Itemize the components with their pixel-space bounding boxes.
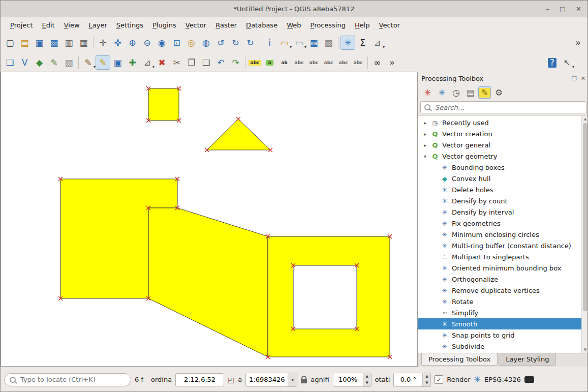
select-pointer-dropdown-icon[interactable]: ▾ (572, 65, 574, 69)
new-shapefile-layer-icon[interactable]: ✎ (47, 55, 61, 70)
tree-item-orthogonalize[interactable]: ✳Orthogonalize (418, 274, 582, 285)
undo-icon[interactable]: ↶ (213, 55, 228, 70)
menu-edit[interactable]: Edit (38, 19, 59, 31)
open-project-icon[interactable]: ▤ (17, 36, 32, 50)
select-by-expression-icon[interactable]: ▭▾ (292, 36, 306, 50)
tree-item-convex-hull[interactable]: ◆Convex hull (418, 173, 582, 184)
menu-vector[interactable]: Vector (375, 19, 405, 31)
tree-group-vector-general[interactable]: ▸QVector general (418, 139, 582, 150)
menu-settings[interactable]: Settings (112, 19, 148, 31)
scale-combo[interactable]: ▾ (245, 373, 297, 387)
show-layout-manager-icon[interactable]: ▦ (76, 36, 91, 50)
tree-item-bounding-boxes[interactable]: ✳Bounding boxes (418, 162, 582, 173)
maximize-icon[interactable]: □ (560, 5, 566, 13)
tab-layer-styling[interactable]: Layer Styling (499, 353, 556, 366)
menu-project[interactable]: Project (6, 19, 38, 31)
save-project-icon[interactable]: ▣ (32, 36, 47, 50)
save-project-as-icon[interactable]: ▩ (47, 36, 61, 50)
tree-item-multi-ring-buffer-constant-distance[interactable]: ✳Multi-ring buffer (constant distance) (418, 240, 582, 251)
tree-item-snap-points-to-grid[interactable]: ✳Snap points to grid (418, 329, 582, 341)
options-icon[interactable]: ⚙ (492, 86, 505, 99)
scroll-up-icon[interactable]: ▲ (582, 116, 588, 122)
menu-help[interactable]: Help (350, 19, 375, 31)
toggle-editing-icon[interactable]: ✎ (96, 55, 110, 70)
tree-item-multipart-to-singleparts[interactable]: ∴Multipart to singleparts (418, 251, 582, 262)
new-project-icon[interactable]: ▢ (3, 36, 17, 50)
tree-item-densify-by-count[interactable]: ✳Densify by count (418, 195, 582, 206)
current-edits-icon[interactable]: ✎▾ (81, 55, 96, 70)
menu-raster[interactable]: Raster (211, 19, 241, 31)
edit-features-in-place-icon[interactable]: ✎ (478, 86, 491, 99)
save-layer-edits-icon[interactable]: ▣ (110, 55, 125, 70)
tree-item-densify-by-interval[interactable]: ✳Densify by interval (418, 206, 582, 218)
chevron-right-icon[interactable]: ▸ (422, 131, 428, 137)
search-box[interactable] (420, 101, 586, 113)
rotation-spinbox[interactable]: ▲▼ (393, 373, 431, 387)
menu-layer[interactable]: Layer (84, 19, 112, 31)
highlight-labels-icon[interactable]: abc (306, 55, 321, 70)
crs-icon[interactable]: ✳ (474, 375, 481, 384)
identify-features-icon[interactable]: i (262, 36, 277, 50)
close-panel-icon[interactable]: ✕ (581, 75, 585, 82)
rotate-label-icon[interactable]: abc (336, 55, 351, 70)
render-checkbox[interactable]: ✓ (435, 375, 443, 384)
messages-icon[interactable] (524, 376, 534, 383)
zoom-out-icon[interactable]: ⊖ (140, 36, 154, 50)
magnifier-down-icon[interactable]: ▼ (363, 380, 371, 386)
menu-web[interactable]: Web (282, 19, 305, 31)
title-bar[interactable]: *Untitled Project - QGIS a8eba57812 –□✕ (1, 1, 587, 17)
rotation-down-icon[interactable]: ▼ (423, 380, 430, 386)
scrollbar-thumb[interactable] (583, 123, 587, 311)
scripts-icon[interactable]: ✳ (436, 86, 448, 99)
add-vector-layer-icon[interactable]: V (17, 55, 32, 70)
select-features-icon[interactable]: ▭▾ (277, 36, 292, 50)
tree-item-smooth[interactable]: ✳Smooth (418, 318, 582, 329)
rotation-up-icon[interactable]: ▲ (423, 373, 430, 380)
measure-icon[interactable]: ⊿▾ (370, 36, 385, 50)
menu-plugins[interactable]: Plugins (148, 19, 181, 31)
rotation-input[interactable] (394, 373, 422, 386)
tab-processing-toolbox[interactable]: Processing Toolbox (421, 353, 498, 366)
statistical-summary-icon[interactable]: Σ (355, 36, 370, 50)
measure-dropdown-icon[interactable]: ▾ (383, 45, 385, 49)
tree-item-subdivide[interactable]: ✳Subdivide (418, 341, 582, 352)
vertex-tool-icon[interactable]: ⊿▾ (140, 55, 154, 70)
select-pointer-icon[interactable]: ↖▾ (560, 55, 574, 70)
open-attribute-table-icon[interactable]: ▦ (306, 36, 321, 50)
zoom-full-icon[interactable]: ⊡ (169, 36, 184, 50)
toolbar-overflow-2-icon[interactable]: » (385, 55, 399, 70)
results-viewer-icon[interactable]: ▤ (464, 86, 477, 99)
new-geopackage-layer-icon[interactable]: ◆ (32, 55, 47, 70)
models-icon[interactable]: ✳ (421, 86, 434, 99)
paste-features-icon[interactable]: ❏ (199, 55, 213, 70)
zoom-to-layer-icon[interactable]: ◍ (199, 36, 213, 50)
map-extent-icon[interactable]: ◰ (228, 376, 234, 384)
move-label-icon[interactable]: abc (321, 55, 336, 70)
history-icon[interactable]: ◷ (450, 86, 462, 99)
magnifier-input[interactable] (333, 373, 363, 386)
menu-view[interactable]: View (59, 19, 84, 31)
chevron-right-icon[interactable]: ▸ (422, 120, 428, 126)
labeling-single-icon[interactable]: ab (277, 55, 292, 70)
copy-features-icon[interactable]: ❐ (184, 55, 199, 70)
tree-group-recently-used[interactable]: ▸◷Recently used (418, 117, 582, 128)
tree-item-remove-duplicate-vertices[interactable]: ✳Remove duplicate vertices (418, 285, 582, 296)
chevron-right-icon[interactable]: ▸ (422, 142, 428, 148)
zoom-in-icon[interactable]: ⊕ (125, 36, 140, 50)
scale-input[interactable] (246, 373, 288, 386)
new-print-layout-icon[interactable]: ▥ (61, 36, 76, 50)
new-temporary-scratch-layer-icon[interactable]: ▧ (61, 55, 76, 70)
zoom-to-selection-icon[interactable]: ◎ (184, 36, 199, 50)
scale-lock-icon[interactable] (301, 379, 307, 383)
toolbar-overflow-1-icon[interactable]: » (571, 36, 585, 50)
processing-toolbox-icon[interactable]: ✳ (341, 36, 355, 50)
map-canvas[interactable] (1, 72, 418, 367)
delete-selected-icon[interactable]: ✖ (154, 55, 169, 70)
tree-item-fix-geometries[interactable]: ✳Fix geometries (418, 218, 582, 229)
menu-processing[interactable]: Processing (306, 19, 350, 31)
cut-features-icon[interactable]: ✂ (169, 55, 184, 70)
shape-triangle[interactable] (207, 119, 270, 150)
float-panel-icon[interactable]: ❐ (572, 75, 577, 82)
tree-item-rotate[interactable]: ✳Rotate (418, 296, 582, 307)
pan-map-icon[interactable]: ✛ (96, 36, 110, 50)
